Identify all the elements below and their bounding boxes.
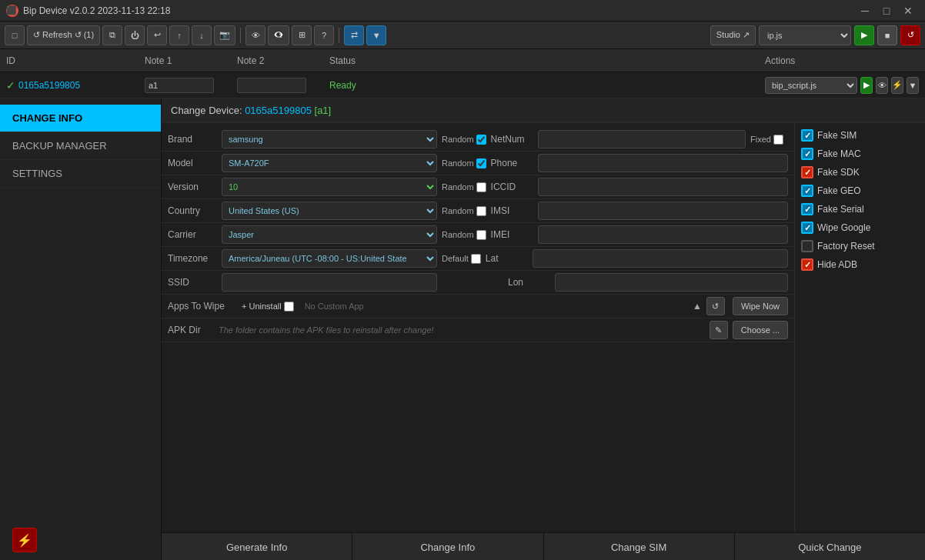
ssid-input[interactable] bbox=[222, 273, 437, 292]
fake-sdk-label: Fake SDK bbox=[817, 167, 860, 178]
note2-input[interactable] bbox=[237, 78, 306, 93]
separator1 bbox=[240, 28, 241, 43]
lat-input[interactable] bbox=[533, 249, 788, 268]
fake-sdk-row[interactable]: ✓ Fake SDK bbox=[801, 165, 919, 180]
hide-adb-row[interactable]: ✓ Hide ADB bbox=[801, 257, 919, 272]
apps-arrow-up[interactable]: ▲ bbox=[693, 301, 702, 312]
imei-input[interactable] bbox=[538, 225, 788, 244]
country-select[interactable]: United States (US) bbox=[222, 202, 437, 220]
fake-sim-row[interactable]: ✓ Fake SIM bbox=[801, 128, 919, 143]
bolt-action-button[interactable]: ⚡ bbox=[891, 77, 903, 94]
studio-button[interactable]: Studio ↗ bbox=[710, 25, 756, 45]
model-select[interactable]: SM-A720F bbox=[222, 154, 437, 172]
brand-select[interactable]: samsung bbox=[222, 130, 437, 148]
device-id-value: 0165a5199805 bbox=[18, 80, 80, 91]
fake-serial-checkbox[interactable]: ✓ bbox=[801, 203, 813, 215]
netnum-label: NetNum bbox=[491, 134, 533, 145]
sidebar-item-backup-manager[interactable]: BACKUP MANAGER bbox=[0, 132, 161, 160]
model-random-checkbox[interactable] bbox=[476, 158, 486, 168]
refresh-button[interactable]: ↺ Refresh ↺ (1) bbox=[27, 25, 100, 45]
quick-change-button[interactable]: Quick Change bbox=[735, 533, 925, 560]
wipe-google-checkbox[interactable]: ✓ bbox=[801, 222, 813, 234]
country-label: Country bbox=[168, 205, 222, 216]
fake-geo-row[interactable]: ✓ Fake GEO bbox=[801, 183, 919, 198]
fake-sim-checkbox[interactable]: ✓ bbox=[801, 129, 813, 142]
iccid-input[interactable] bbox=[538, 178, 788, 196]
wipe-google-row[interactable]: ✓ Wipe Google bbox=[801, 220, 919, 235]
eye-button[interactable]: 👁 bbox=[245, 25, 265, 45]
studio-label: Studio ↗ bbox=[716, 30, 750, 40]
toolbar: □ ↺ Refresh ↺ (1) ⧉ ⏻ ↩ ↑ ↓ 📷 👁 👁‍🗨 ⊞ ? … bbox=[0, 22, 925, 49]
run-action-button[interactable]: ▶ bbox=[860, 77, 873, 94]
script-select[interactable]: ip.js bbox=[759, 25, 851, 45]
fake-sdk-checkbox[interactable]: ✓ bbox=[801, 166, 813, 178]
brand-random-checkbox[interactable] bbox=[476, 135, 486, 145]
version-label: Version bbox=[168, 182, 222, 192]
wipe-now-button[interactable]: Wipe Now bbox=[733, 297, 788, 315]
help-button[interactable]: ? bbox=[314, 25, 334, 45]
sidebar-item-settings[interactable]: SETTINGS bbox=[0, 160, 161, 188]
square-btn[interactable]: □ bbox=[5, 25, 25, 45]
run-button[interactable]: ▶ bbox=[854, 25, 874, 45]
camera-button[interactable]: 📷 bbox=[214, 25, 235, 45]
carrier-label: Carrier bbox=[168, 229, 222, 240]
carrier-select[interactable]: Jasper bbox=[222, 225, 437, 244]
hide-adb-checkbox[interactable]: ✓ bbox=[801, 258, 813, 271]
fake-serial-label: Fake Serial bbox=[817, 204, 864, 215]
carrier-random-group: Random bbox=[442, 230, 486, 240]
refresh2-button[interactable]: ↩ bbox=[147, 25, 167, 45]
timezone-select[interactable]: America/Juneau (UTC -08:00 - US:United S… bbox=[222, 249, 437, 268]
version-select[interactable]: 10 bbox=[222, 178, 437, 196]
copy-button[interactable]: ⧉ bbox=[102, 25, 122, 45]
eye2-button[interactable]: 👁‍🗨 bbox=[268, 25, 289, 45]
power-device-button[interactable]: ⚡ bbox=[12, 528, 37, 552]
stop-button[interactable]: ■ bbox=[877, 25, 897, 45]
fixed-checkbox[interactable] bbox=[773, 135, 783, 145]
version-random-group: Random bbox=[442, 182, 486, 192]
reset-button[interactable]: ↺ bbox=[900, 25, 920, 45]
eye-action-button[interactable]: 👁 bbox=[876, 77, 888, 94]
fake-mac-row[interactable]: ✓ Fake MAC bbox=[801, 146, 919, 162]
change-info-button[interactable]: Change Info bbox=[352, 533, 543, 560]
fake-mac-checkbox[interactable]: ✓ bbox=[801, 148, 813, 160]
country-random-label: Random bbox=[442, 206, 474, 215]
generate-info-button[interactable]: Generate Info bbox=[162, 533, 352, 560]
apk-choose-button[interactable]: Choose ... bbox=[733, 321, 788, 339]
close-button[interactable]: ✕ bbox=[897, 0, 919, 22]
more-action-button[interactable]: ▼ bbox=[907, 77, 919, 94]
fake-geo-checkbox[interactable]: ✓ bbox=[801, 185, 813, 197]
apk-edit-button[interactable]: ✎ bbox=[710, 321, 728, 339]
power-button[interactable]: ⏻ bbox=[125, 25, 145, 45]
change-sim-button[interactable]: Change SIM bbox=[544, 533, 735, 560]
upload-button[interactable]: ↑ bbox=[169, 25, 189, 45]
wipe-refresh-button[interactable]: ↺ bbox=[706, 297, 725, 315]
timezone-default-checkbox[interactable] bbox=[471, 254, 481, 264]
factory-reset-checkbox[interactable] bbox=[801, 240, 813, 252]
device-table-body: ✓ 0165a5199805 Ready bip_script.js ▶ 👁 ⚡… bbox=[0, 72, 925, 98]
sidebar-item-change-info[interactable]: CHANGE INFO bbox=[0, 105, 161, 132]
factory-reset-row[interactable]: Factory Reset bbox=[801, 238, 919, 254]
action-script-select[interactable]: bip_script.js bbox=[765, 77, 857, 94]
model-label: Model bbox=[168, 158, 222, 168]
imsi-input[interactable] bbox=[538, 202, 788, 220]
uninstall-checkbox[interactable] bbox=[284, 302, 294, 312]
share-button[interactable]: ⇄ bbox=[344, 25, 364, 45]
maximize-button[interactable]: □ bbox=[876, 0, 897, 22]
carrier-random-checkbox[interactable] bbox=[476, 230, 486, 240]
note1-input[interactable] bbox=[145, 78, 214, 93]
dropdown-button[interactable]: ▼ bbox=[366, 25, 386, 45]
note2-cell bbox=[237, 78, 329, 93]
download-button[interactable]: ↓ bbox=[192, 25, 212, 45]
netnum-input[interactable] bbox=[538, 130, 746, 148]
ssid-label: SSID bbox=[168, 277, 222, 288]
timezone-label: Timezone bbox=[168, 253, 222, 264]
fake-serial-row[interactable]: ✓ Fake Serial bbox=[801, 202, 919, 217]
version-random-checkbox[interactable] bbox=[476, 182, 486, 192]
country-random-checkbox[interactable] bbox=[476, 206, 486, 216]
actions-cell: bip_script.js ▶ 👁 ⚡ ▼ bbox=[765, 77, 919, 94]
phone-input[interactable] bbox=[538, 154, 788, 172]
minimize-button[interactable]: ─ bbox=[854, 0, 876, 22]
grid-button[interactable]: ⊞ bbox=[292, 25, 312, 45]
lon-input[interactable] bbox=[555, 273, 788, 292]
col-id: ID bbox=[6, 55, 145, 66]
